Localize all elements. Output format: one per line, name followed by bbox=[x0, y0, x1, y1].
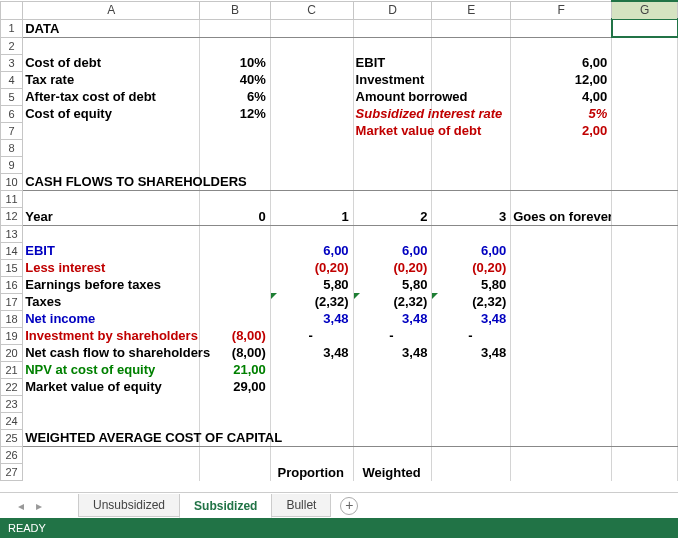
label-cost-of-debt[interactable]: Cost of debt bbox=[23, 54, 200, 71]
value-mv-debt[interactable]: 2,00 bbox=[511, 122, 612, 139]
section-title[interactable]: DATA bbox=[23, 19, 200, 37]
wacc-weighted[interactable]: Weighted bbox=[353, 464, 432, 481]
col-header-B[interactable]: B bbox=[200, 1, 271, 19]
value-investment[interactable]: 12,00 bbox=[511, 71, 612, 88]
row-header[interactable]: 3 bbox=[1, 54, 23, 71]
row-header[interactable]: 11 bbox=[1, 191, 23, 208]
row-header[interactable]: 5 bbox=[1, 88, 23, 105]
row-ebt[interactable]: Earnings before taxes bbox=[23, 276, 200, 293]
row-header[interactable]: 14 bbox=[1, 242, 23, 259]
label-ebit[interactable]: EBIT bbox=[353, 54, 432, 71]
row-header[interactable]: 12 bbox=[1, 208, 23, 226]
col-header-A[interactable]: A bbox=[23, 1, 200, 19]
row-header[interactable]: 27 bbox=[1, 464, 23, 481]
active-cell[interactable] bbox=[612, 19, 678, 37]
column-header-row[interactable]: A B C D E F G bbox=[1, 1, 678, 19]
row-inv-shareholders[interactable]: Investment by shareholders bbox=[23, 327, 200, 344]
wacc-proportion[interactable]: Proportion bbox=[270, 464, 353, 481]
row-header[interactable]: 7 bbox=[1, 122, 23, 139]
label-mv-debt[interactable]: Market value of debt bbox=[353, 122, 432, 139]
row-header[interactable]: 8 bbox=[1, 139, 23, 156]
row-header[interactable]: 24 bbox=[1, 412, 23, 429]
col-header-G[interactable]: G bbox=[612, 1, 678, 19]
sheet-tab-unsubsidized[interactable]: Unsubsidized bbox=[78, 494, 180, 517]
label-tax-rate[interactable]: Tax rate bbox=[23, 71, 200, 88]
row-net-income[interactable]: Net income bbox=[23, 310, 200, 327]
row-header[interactable]: 1 bbox=[1, 19, 23, 37]
worksheet-grid[interactable]: A B C D E F G 1 DATA 2 3 Cost of debt 10… bbox=[0, 0, 678, 492]
row-header[interactable]: 20 bbox=[1, 344, 23, 361]
row-header[interactable]: 25 bbox=[1, 429, 23, 447]
col-header-C[interactable]: C bbox=[270, 1, 353, 19]
value-aftertax-cod[interactable]: 6% bbox=[200, 88, 271, 105]
row-header[interactable]: 18 bbox=[1, 310, 23, 327]
col-header-F[interactable]: F bbox=[511, 1, 612, 19]
row-header[interactable]: 15 bbox=[1, 259, 23, 276]
label-subsidized-rate[interactable]: Subsidized interest rate bbox=[353, 105, 432, 122]
sheet-tab-bullet[interactable]: Bullet bbox=[271, 494, 331, 517]
year-3[interactable]: 3 bbox=[432, 208, 511, 226]
select-all-corner[interactable] bbox=[1, 1, 23, 19]
status-text: READY bbox=[8, 522, 46, 534]
row-header[interactable]: 10 bbox=[1, 173, 23, 191]
section-title[interactable]: CASH FLOWS TO SHAREHOLDERS bbox=[23, 173, 200, 191]
row-mv-equity[interactable]: Market value of equity bbox=[23, 378, 200, 395]
col-header-D[interactable]: D bbox=[353, 1, 432, 19]
tab-nav-next-icon[interactable]: ▸ bbox=[30, 499, 48, 513]
sheet-tab-strip: ◂ ▸ Unsubsidized Subsidized Bullet + bbox=[0, 492, 678, 518]
section-title[interactable]: WEIGHTED AVERAGE COST OF CAPITAL bbox=[23, 429, 200, 447]
value-subsidized-rate[interactable]: 5% bbox=[511, 105, 612, 122]
col-header-E[interactable]: E bbox=[432, 1, 511, 19]
row-header[interactable]: 16 bbox=[1, 276, 23, 293]
row-taxes[interactable]: Taxes bbox=[23, 293, 200, 310]
row-header[interactable]: 23 bbox=[1, 395, 23, 412]
status-bar: READY bbox=[0, 518, 678, 538]
label-year[interactable]: Year bbox=[23, 208, 200, 226]
label-cost-of-equity[interactable]: Cost of equity bbox=[23, 105, 200, 122]
row-header[interactable]: 22 bbox=[1, 378, 23, 395]
sheet-tab-subsidized[interactable]: Subsidized bbox=[179, 495, 272, 518]
row-header[interactable]: 2 bbox=[1, 37, 23, 54]
value-ebit[interactable]: 6,00 bbox=[511, 54, 612, 71]
row-header[interactable]: 17 bbox=[1, 293, 23, 310]
row-header[interactable]: 19 bbox=[1, 327, 23, 344]
row-npv[interactable]: NPV at cost of equity bbox=[23, 361, 200, 378]
new-sheet-button[interactable]: + bbox=[340, 497, 358, 515]
row-net-cashflow[interactable]: Net cash flow to shareholders bbox=[23, 344, 200, 361]
row-header[interactable]: 21 bbox=[1, 361, 23, 378]
row-ebit[interactable]: EBIT bbox=[23, 242, 200, 259]
value-amount-borrowed[interactable]: 4,00 bbox=[511, 88, 612, 105]
tab-nav-prev-icon[interactable]: ◂ bbox=[12, 499, 30, 513]
row-header[interactable]: 9 bbox=[1, 156, 23, 173]
label-amount-borrowed[interactable]: Amount borrowed bbox=[353, 88, 432, 105]
year-1[interactable]: 1 bbox=[270, 208, 353, 226]
row-header[interactable]: 4 bbox=[1, 71, 23, 88]
value-cost-of-equity[interactable]: 12% bbox=[200, 105, 271, 122]
row-header[interactable]: 26 bbox=[1, 447, 23, 464]
value-cost-of-debt[interactable]: 10% bbox=[200, 54, 271, 71]
year-0[interactable]: 0 bbox=[200, 208, 271, 226]
row-less-interest[interactable]: Less interest bbox=[23, 259, 200, 276]
label-forever[interactable]: Goes on forever bbox=[511, 208, 612, 226]
row-header[interactable]: 13 bbox=[1, 225, 23, 242]
value-tax-rate[interactable]: 40% bbox=[200, 71, 271, 88]
year-2[interactable]: 2 bbox=[353, 208, 432, 226]
label-investment[interactable]: Investment bbox=[353, 71, 432, 88]
label-aftertax-cod[interactable]: After-tax cost of debt bbox=[23, 88, 200, 105]
row-header[interactable]: 6 bbox=[1, 105, 23, 122]
